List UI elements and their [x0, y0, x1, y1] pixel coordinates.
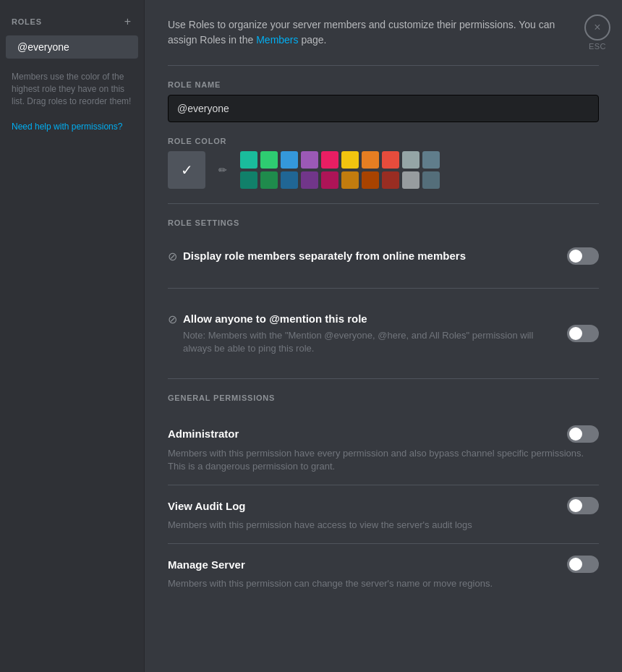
- color-swatch[interactable]: [341, 151, 359, 169]
- color-swatch[interactable]: [281, 151, 298, 169]
- general-permissions-section: GENERAL PERMISSIONS AdministratorMembers…: [168, 394, 599, 603]
- eyedropper-icon[interactable]: ✏: [214, 161, 231, 179]
- sidebar-item-everyone[interactable]: @everyone: [6, 35, 138, 59]
- allow-mention-info: ⊘ Allow anyone to @mention this role Not…: [168, 312, 567, 355]
- color-swatch[interactable]: [321, 171, 338, 189]
- allow-mention-note: Note: Members with the "Mention @everyon…: [183, 329, 555, 355]
- color-swatch[interactable]: [321, 151, 338, 169]
- allow-mention-label: Allow anyone to @mention this role: [183, 312, 555, 326]
- color-swatch[interactable]: [240, 171, 257, 189]
- esc-label: ESC: [589, 42, 606, 51]
- members-link[interactable]: Members: [256, 34, 298, 46]
- allow-mention-icon: ⊘: [168, 312, 177, 326]
- color-picker-area: ✓ ✏: [168, 151, 599, 189]
- info-text-after: page.: [299, 34, 327, 46]
- sidebar-header: ROLES +: [0, 12, 144, 35]
- sidebar-item-label: @everyone: [17, 41, 69, 53]
- info-text-before: Use Roles to organize your server member…: [168, 19, 555, 46]
- allow-mention-label-after: this role: [322, 312, 367, 325]
- color-swatch[interactable]: [382, 171, 399, 189]
- allow-mention-label-before: Allow anyone to: [183, 312, 269, 325]
- color-swatch[interactable]: [422, 151, 440, 169]
- permission-name: View Audit Log: [168, 500, 246, 512]
- permission-row: Manage ServerMembers with this permissio…: [168, 543, 599, 602]
- color-swatch[interactable]: [402, 171, 419, 189]
- display-separately-text: Display role members separately from onl…: [183, 249, 555, 263]
- color-swatch[interactable]: [362, 151, 379, 169]
- permission-desc: Members with this permission have access…: [168, 519, 599, 532]
- role-settings-label: ROLE SETTINGS: [168, 218, 599, 227]
- role-name-label: ROLE NAME: [168, 80, 599, 89]
- role-name-section: ROLE NAME: [168, 80, 599, 122]
- color-swatch[interactable]: [382, 151, 399, 169]
- help-link[interactable]: Need help with permissions?: [12, 122, 132, 132]
- permission-desc: Members with this permission can change …: [168, 577, 599, 590]
- checkmark-icon: ✓: [181, 161, 193, 179]
- display-separately-row: ⊘ Display role members separately from o…: [168, 239, 599, 273]
- permission-toggle[interactable]: [567, 425, 599, 443]
- divider-toggle: [168, 288, 599, 289]
- display-separately-icon: ⊘: [168, 250, 177, 263]
- color-swatch[interactable]: [281, 171, 298, 189]
- role-settings-section: ROLE SETTINGS ⊘ Display role members sep…: [168, 218, 599, 364]
- role-color-section: ROLE COLOR ✓ ✏: [168, 137, 599, 189]
- add-role-button[interactable]: +: [123, 14, 132, 29]
- divider-perms: [168, 378, 599, 379]
- permission-name: Manage Server: [168, 558, 245, 571]
- color-swatch[interactable]: [341, 171, 359, 189]
- permission-header: Administrator: [168, 425, 599, 443]
- color-preview[interactable]: ✓: [168, 151, 205, 189]
- color-swatch[interactable]: [301, 151, 318, 169]
- permission-row: View Audit LogMembers with this permissi…: [168, 485, 599, 543]
- sidebar: ROLES + @everyone Members use the color …: [0, 0, 145, 672]
- color-swatch[interactable]: [402, 151, 419, 169]
- sidebar-title: ROLES: [12, 17, 42, 26]
- allow-mention-row: ⊘ Allow anyone to @mention this role Not…: [168, 303, 599, 364]
- color-swatch[interactable]: [362, 171, 379, 189]
- allow-mention-text: Allow anyone to @mention this role Note:…: [183, 312, 555, 355]
- role-name-input[interactable]: [168, 95, 599, 122]
- color-swatch[interactable]: [260, 151, 278, 169]
- permission-header: View Audit Log: [168, 497, 599, 514]
- color-swatches: [240, 151, 440, 189]
- color-swatch[interactable]: [422, 171, 440, 189]
- permission-desc: Members with this permission have every …: [168, 447, 599, 473]
- role-color-label: ROLE COLOR: [168, 137, 599, 145]
- close-icon: ×: [594, 21, 600, 34]
- permission-header: Manage Server: [168, 556, 599, 573]
- display-separately-info: ⊘ Display role members separately from o…: [168, 249, 567, 263]
- allow-mention-toggle[interactable]: [567, 325, 599, 342]
- sidebar-hint: Members use the color of the highest rol…: [0, 59, 144, 119]
- permission-toggle[interactable]: [567, 556, 599, 573]
- main-content: × ESC Use Roles to organize your server …: [145, 0, 622, 672]
- color-swatch[interactable]: [260, 171, 278, 189]
- permission-row: AdministratorMembers with this permissio…: [168, 414, 599, 485]
- info-banner: Use Roles to organize your server member…: [168, 17, 599, 48]
- color-swatch[interactable]: [240, 151, 257, 169]
- permission-name: Administrator: [168, 428, 239, 440]
- display-separately-toggle[interactable]: [567, 247, 599, 265]
- allow-mention-label-mention: @mention: [269, 312, 322, 325]
- divider-mid: [168, 203, 599, 204]
- divider-top: [168, 65, 599, 66]
- general-permissions-label: GENERAL PERMISSIONS: [168, 394, 599, 402]
- display-separately-label: Display role members separately from onl…: [183, 249, 555, 263]
- permissions-list: AdministratorMembers with this permissio…: [168, 414, 599, 603]
- permission-toggle[interactable]: [567, 497, 599, 514]
- close-button[interactable]: ×: [584, 14, 610, 41]
- color-swatch[interactable]: [301, 171, 318, 189]
